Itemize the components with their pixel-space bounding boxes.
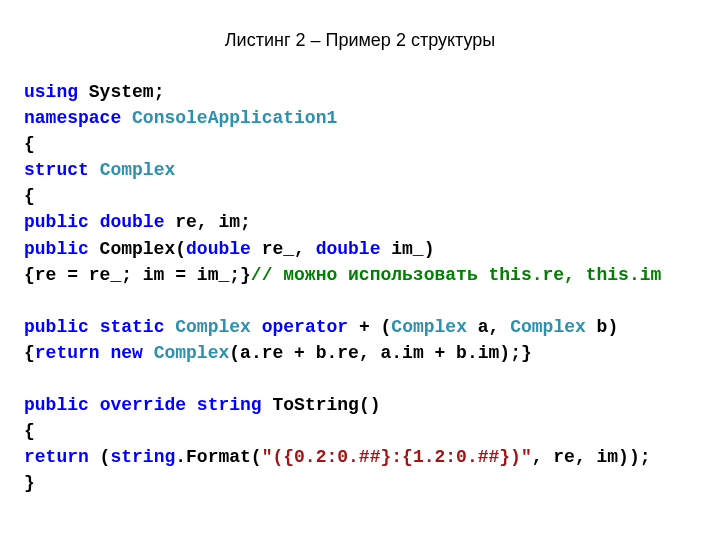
code-text <box>89 317 100 337</box>
brace: } <box>24 473 35 493</box>
code-text: System; <box>78 82 164 102</box>
code-text: a, <box>467 317 510 337</box>
keyword-static: static <box>100 317 165 337</box>
brace: { <box>24 186 35 206</box>
keyword-string: string <box>110 447 175 467</box>
code-text <box>164 317 175 337</box>
code-text <box>121 108 132 128</box>
code-text <box>89 395 100 415</box>
keyword-string: string <box>197 395 262 415</box>
code-text: re_, <box>251 239 316 259</box>
code-text: + ( <box>348 317 391 337</box>
code-text <box>186 395 197 415</box>
type-name: Complex <box>100 160 176 180</box>
type-name: Complex <box>510 317 586 337</box>
code-text: re, im; <box>164 212 250 232</box>
type-name: Complex <box>391 317 467 337</box>
keyword-struct: struct <box>24 160 89 180</box>
keyword-new: new <box>110 343 142 363</box>
code-text: Complex( <box>89 239 186 259</box>
string-literal: "({0.2:0.##}:{1.2:0.##})" <box>262 447 532 467</box>
code-text: b) <box>586 317 618 337</box>
keyword-return: return <box>35 343 100 363</box>
code-text: ( <box>89 447 111 467</box>
type-name: Complex <box>154 343 230 363</box>
keyword-using: using <box>24 82 78 102</box>
brace: { <box>24 134 35 154</box>
keyword-double: double <box>100 212 165 232</box>
keyword-public: public <box>24 212 89 232</box>
keyword-namespace: namespace <box>24 108 121 128</box>
code-text: , re, im)); <box>532 447 651 467</box>
code-text <box>89 212 100 232</box>
code-text: (a.re + b.re, a.im + b.im);} <box>229 343 531 363</box>
code-listing: using System; namespace ConsoleApplicati… <box>24 79 696 497</box>
type-name: Complex <box>175 317 251 337</box>
keyword-public: public <box>24 395 89 415</box>
keyword-public: public <box>24 317 89 337</box>
keyword-double: double <box>316 239 381 259</box>
keyword-return: return <box>24 447 89 467</box>
code-text: {re = re_; im = im_;} <box>24 265 251 285</box>
code-text <box>89 160 100 180</box>
comment: // можно использовать this.re, this.im <box>251 265 661 285</box>
code-text <box>251 317 262 337</box>
code-text: im_) <box>380 239 434 259</box>
code-text <box>100 343 111 363</box>
keyword-double: double <box>186 239 251 259</box>
keyword-operator: operator <box>262 317 348 337</box>
brace: { <box>24 421 35 441</box>
code-text: { <box>24 343 35 363</box>
type-name: ConsoleApplication1 <box>132 108 337 128</box>
keyword-override: override <box>100 395 186 415</box>
code-text <box>143 343 154 363</box>
code-text: .Format( <box>175 447 261 467</box>
keyword-public: public <box>24 239 89 259</box>
code-text: ToString() <box>262 395 381 415</box>
listing-title: Листинг 2 – Пример 2 структуры <box>24 30 696 51</box>
